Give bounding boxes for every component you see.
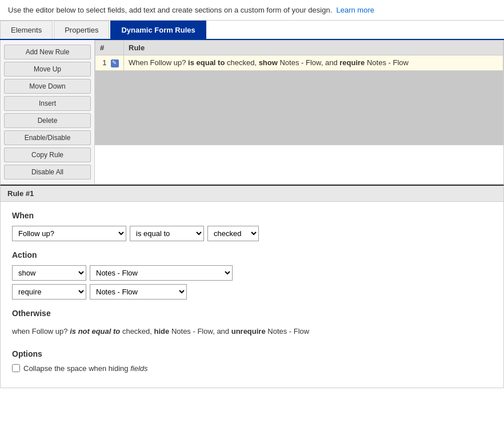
rule-detail: Rule #1 When Follow up? is equal to is n… bbox=[0, 185, 504, 388]
otherwise-label: Otherwise bbox=[12, 309, 492, 318]
otherwise-prefix: when Follow up? bbox=[12, 327, 70, 336]
edit-icon[interactable] bbox=[111, 59, 119, 67]
tabs: Elements Properties Dynamic Form Rules bbox=[0, 21, 504, 40]
action-field-select-2[interactable]: Notes - Flow Notes - Other bbox=[90, 284, 187, 300]
action-field-select-1[interactable]: Notes - Flow Notes - Other bbox=[90, 265, 233, 281]
collapse-label-text: Collapse the space when hiding bbox=[23, 364, 130, 373]
options-label: Options bbox=[12, 349, 492, 358]
learn-more-link[interactable]: Learn more bbox=[336, 6, 374, 14]
when-field-select[interactable]: Follow up? bbox=[12, 226, 126, 241]
enable-disable-button[interactable]: Enable/Disable bbox=[4, 130, 91, 145]
delete-button[interactable]: Delete bbox=[4, 113, 91, 128]
table-row[interactable]: 1 When Follow up? is equal to checked, s… bbox=[95, 55, 503, 71]
otherwise-action2: unrequire bbox=[231, 327, 266, 336]
rule-body: When Follow up? is equal to is not equal… bbox=[1, 202, 503, 388]
rule-text-show: show bbox=[259, 58, 278, 67]
otherwise-field1: Notes - Flow, and bbox=[169, 327, 231, 336]
action-type-select-1[interactable]: show hide require unrequire bbox=[12, 265, 86, 281]
empty-cell bbox=[95, 70, 503, 145]
action-type-select-2[interactable]: require unrequire show hide bbox=[12, 284, 86, 300]
collapse-label: Collapse the space when hiding fields bbox=[23, 364, 148, 373]
rule-text-field1: Notes - Flow, and bbox=[278, 58, 339, 67]
options-section: Options Collapse the space when hiding f… bbox=[12, 349, 492, 373]
tab-elements[interactable]: Elements bbox=[0, 21, 53, 39]
action-label: Action bbox=[12, 250, 492, 260]
move-down-button[interactable]: Move Down bbox=[4, 79, 91, 94]
rule-text-when: When Follow up? bbox=[129, 58, 188, 67]
main-layout: Add New Rule Move Up Move Down Insert De… bbox=[0, 40, 504, 185]
rules-table: # Rule 1 When Follow up? is equal to che… bbox=[95, 40, 503, 145]
move-up-button[interactable]: Move Up bbox=[4, 62, 91, 77]
rule-text-field2: Notes - Flow bbox=[365, 58, 409, 67]
when-row: Follow up? is equal to is not equal to c… bbox=[12, 226, 492, 241]
rule-text-condition: is equal to bbox=[188, 58, 225, 67]
disable-all-button[interactable]: Disable All bbox=[4, 165, 91, 179]
rule-title: Rule #1 bbox=[1, 186, 503, 202]
when-label: When bbox=[12, 211, 492, 220]
add-new-rule-button[interactable]: Add New Rule bbox=[4, 45, 91, 59]
copy-rule-button[interactable]: Copy Rule bbox=[4, 147, 91, 162]
when-condition-select[interactable]: is equal to is not equal to bbox=[130, 226, 204, 241]
action-row-2: require unrequire show hide Notes - Flow… bbox=[12, 284, 492, 300]
col-number: # bbox=[95, 41, 124, 55]
rule-text-cell: When Follow up? is equal to checked, sho… bbox=[124, 55, 503, 71]
action-section: Action show hide require unrequire Notes… bbox=[12, 250, 492, 300]
otherwise-val: checked, bbox=[120, 327, 154, 336]
rule-number-cell: 1 bbox=[95, 55, 124, 71]
when-value-select[interactable]: checked unchecked bbox=[207, 226, 259, 241]
otherwise-condition: is not equal to bbox=[70, 327, 120, 336]
tab-properties[interactable]: Properties bbox=[54, 21, 109, 39]
collapse-checkbox[interactable] bbox=[12, 364, 20, 372]
rule-text-require: require bbox=[339, 58, 365, 67]
collapse-label-italic: fields bbox=[130, 364, 147, 373]
rules-panel: # Rule 1 When Follow up? is equal to che… bbox=[95, 40, 503, 184]
tab-dynamic-form-rules[interactable]: Dynamic Form Rules bbox=[110, 21, 206, 39]
action-row-1: show hide require unrequire Notes - Flow… bbox=[12, 265, 492, 281]
otherwise-field2: Notes - Flow bbox=[266, 327, 310, 336]
rule-number: 1 bbox=[102, 58, 106, 67]
rule-text-val: checked, bbox=[225, 58, 258, 67]
insert-button[interactable]: Insert bbox=[4, 96, 91, 111]
top-bar-description: Use the editor below to select fields, a… bbox=[8, 6, 332, 14]
empty-table-row bbox=[95, 70, 503, 145]
otherwise-section: Otherwise when Follow up? is not equal t… bbox=[12, 309, 492, 340]
col-rule: Rule bbox=[124, 41, 503, 55]
top-bar: Use the editor below to select fields, a… bbox=[0, 0, 504, 21]
otherwise-text: when Follow up? is not equal to checked,… bbox=[12, 324, 492, 340]
otherwise-action1: hide bbox=[154, 327, 170, 336]
sidebar: Add New Rule Move Up Move Down Insert De… bbox=[1, 40, 95, 184]
collapse-checkbox-row: Collapse the space when hiding fields bbox=[12, 364, 492, 373]
